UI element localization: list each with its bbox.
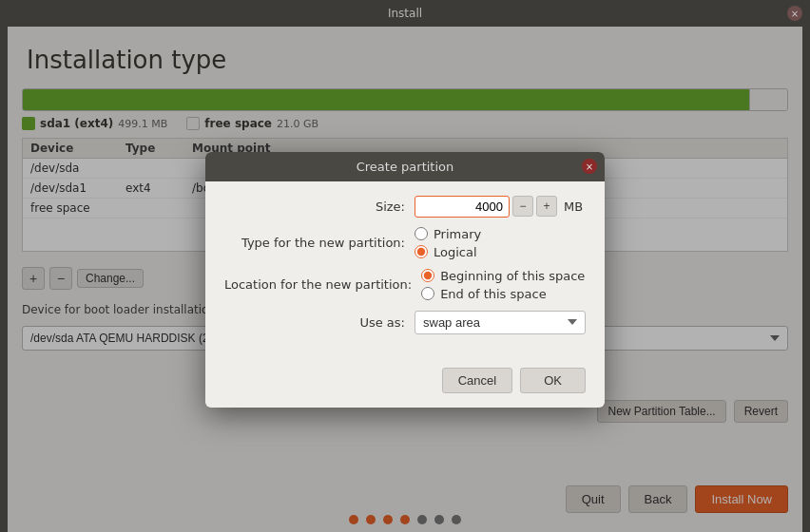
dialog-overlay: Create partition × Size: − + MB (8, 27, 802, 532)
size-input[interactable] (415, 196, 510, 218)
type-row: Type for the new partition: Primary Logi… (224, 227, 586, 259)
use-as-label: Use as: (224, 315, 415, 330)
location-label: Location for the new partition: (224, 277, 421, 292)
type-logical-label: Logical (434, 245, 477, 259)
window-close-button[interactable]: × (787, 6, 802, 21)
use-as-select[interactable]: swap area Ext4 journaling file system Ex… (415, 311, 586, 334)
location-end-label: End of this space (440, 287, 547, 301)
size-increment-button[interactable]: + (536, 196, 557, 217)
type-radio-group: Primary Logical (415, 227, 586, 259)
title-bar: Install × (0, 0, 810, 27)
window-title: Install (388, 7, 422, 20)
main-window: Installation type sda1 (ext4) 499.1 MB f… (8, 27, 802, 532)
location-beginning-option[interactable]: Beginning of this space (421, 269, 586, 283)
location-row: Location for the new partition: Beginnin… (224, 269, 586, 301)
type-primary-label: Primary (434, 227, 481, 241)
dialog-body: Size: − + MB Type for the new partition: (205, 181, 605, 358)
size-control: − + MB (415, 196, 586, 218)
dialog-cancel-button[interactable]: Cancel (442, 368, 512, 393)
size-row: Size: − + MB (224, 196, 586, 218)
type-primary-option[interactable]: Primary (415, 227, 586, 241)
size-decrement-button[interactable]: − (512, 196, 533, 217)
location-beginning-label: Beginning of this space (440, 269, 585, 283)
type-control: Primary Logical (415, 227, 586, 259)
dialog-close-button[interactable]: × (582, 159, 597, 174)
type-logical-option[interactable]: Logical (415, 245, 586, 259)
type-primary-radio[interactable] (415, 227, 428, 240)
dialog-title-bar: Create partition × (205, 152, 605, 181)
location-radio-group: Beginning of this space End of this spac… (421, 269, 586, 301)
use-as-row: Use as: swap area Ext4 journaling file s… (224, 311, 586, 334)
size-input-group: − + MB (415, 196, 586, 218)
size-label: Size: (224, 200, 415, 214)
location-control: Beginning of this space End of this spac… (421, 269, 586, 301)
location-beginning-radio[interactable] (421, 269, 434, 282)
dialog-title: Create partition (357, 160, 454, 174)
type-label: Type for the new partition: (224, 236, 415, 250)
location-end-radio[interactable] (421, 287, 434, 300)
size-unit: MB (564, 200, 583, 214)
use-as-control: swap area Ext4 journaling file system Ex… (415, 311, 586, 334)
location-end-option[interactable]: End of this space (421, 287, 586, 301)
create-partition-dialog: Create partition × Size: − + MB (205, 152, 605, 408)
dialog-footer: Cancel OK (205, 358, 605, 408)
type-logical-radio[interactable] (415, 245, 428, 258)
dialog-ok-button[interactable]: OK (520, 368, 586, 393)
